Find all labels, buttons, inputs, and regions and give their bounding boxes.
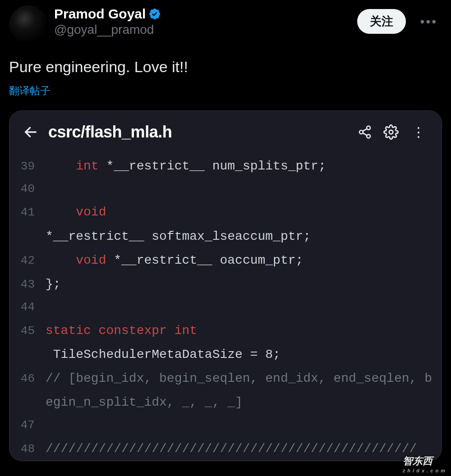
line-number: 40 (9, 178, 46, 200)
more-options-icon[interactable]: ••• (416, 12, 442, 32)
code-content: void (46, 200, 442, 224)
code-line: 39 int *__restrict__ num_splits_ptr; (9, 154, 442, 178)
code-line: 46// [begin_idx, begin_seqlen, end_idx, … (9, 366, 442, 414)
gear-icon[interactable] (383, 124, 399, 140)
line-number: 41 (9, 201, 46, 224)
line-number: 43 (9, 274, 46, 296)
share-icon[interactable] (357, 124, 373, 140)
line-number: 48 (9, 438, 46, 460)
code-line: *__restrict__ softmax_lseaccum_ptr; (9, 224, 442, 248)
code-content: void *__restrict__ oaccum_ptr; (46, 248, 442, 272)
verified-badge-icon (148, 8, 161, 20)
tweet-text: Pure engineering. Love it!! (9, 57, 442, 78)
code-content: int *__restrict__ num_splits_ptr; (46, 154, 442, 178)
svg-line-5 (363, 133, 367, 135)
vertical-dots-icon[interactable]: ⋮ (409, 124, 428, 140)
svg-line-4 (363, 129, 367, 131)
line-number: 39 (9, 156, 46, 178)
file-path: csrc/flash_mla.h (48, 123, 347, 142)
display-name: Pramod Goyal (54, 6, 146, 22)
code-line: TileSchedulerMetaDataSize = 8; (9, 343, 442, 366)
code-line: 43}; (9, 272, 442, 296)
code-line: 42 void *__restrict__ oaccum_ptr; (9, 248, 442, 272)
code-content: *__restrict__ softmax_lseaccum_ptr; (46, 224, 442, 248)
code-toolbar: csrc/flash_mla.h ⋮ (9, 111, 442, 150)
code-line: 45static constexpr int (9, 319, 442, 343)
line-number: 44 (9, 296, 46, 318)
code-content: }; (46, 272, 442, 296)
code-line: 44 (9, 296, 442, 318)
embedded-code-card: csrc/flash_mla.h ⋮ 39 int *__restrict__ … (9, 110, 442, 461)
translate-link[interactable]: 翻译帖子 (9, 84, 51, 98)
line-number: 46 (9, 368, 46, 390)
code-line: 41 void (9, 200, 442, 224)
watermark: 智东西 z h i d x . c o m (403, 454, 446, 473)
code-content: // [begin_idx, begin_seqlen, end_idx, en… (46, 366, 442, 414)
follow-button[interactable]: 关注 (357, 9, 406, 34)
author-block: Pramod Goyal @goyal__pramod (54, 5, 351, 37)
line-number: 42 (9, 250, 46, 272)
code-line: 48//////////////////////////////////////… (9, 437, 442, 461)
code-line: 47 (9, 414, 442, 436)
handle: @goyal__pramod (54, 23, 351, 37)
svg-point-6 (389, 130, 393, 134)
code-body[interactable]: 39 int *__restrict__ num_splits_ptr;4041… (9, 150, 442, 461)
code-content: static constexpr int (46, 319, 442, 343)
back-arrow-icon[interactable] (23, 124, 38, 140)
code-content: ////////////////////////////////////////… (46, 437, 442, 461)
avatar[interactable] (9, 5, 48, 44)
code-content: TileSchedulerMetaDataSize = 8; (46, 343, 442, 366)
code-line: 40 (9, 178, 442, 200)
line-number: 47 (9, 414, 46, 436)
line-number: 45 (9, 320, 46, 342)
